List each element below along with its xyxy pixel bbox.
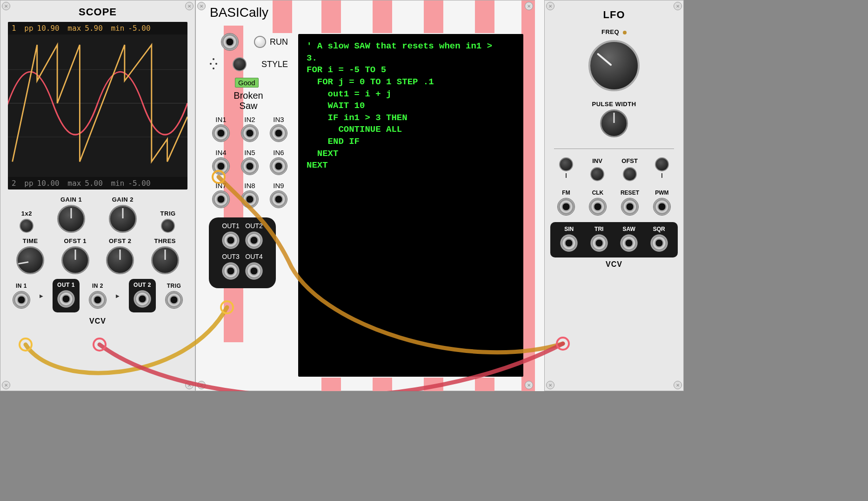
clk-label: CLK — [589, 190, 607, 196]
bas-in9-jack[interactable] — [270, 190, 287, 208]
bas-out2-jack[interactable] — [245, 231, 263, 249]
bas-in5-jack[interactable] — [241, 157, 259, 175]
fm-atten-knob[interactable] — [559, 157, 573, 171]
thres-knob[interactable] — [151, 246, 179, 274]
scope-readout-2: 2 pp10.00 max5.00 min-5.00 — [8, 177, 187, 190]
out2-label: OUT 2 — [134, 282, 151, 288]
ofst-button[interactable] — [623, 167, 637, 181]
in1-label: IN 1 — [13, 283, 30, 289]
ofst-label: OFST — [621, 157, 638, 164]
lfo-pwm-jack[interactable] — [653, 198, 671, 216]
style-knob[interactable] — [233, 57, 247, 71]
bas-in2-jack[interactable] — [241, 124, 259, 142]
gain2-knob[interactable] — [109, 205, 137, 233]
time-label: TIME — [16, 237, 44, 244]
svg-point-6 — [213, 68, 214, 69]
scope-out1-jack[interactable] — [57, 290, 75, 308]
scope-display[interactable]: 1 pp10.90 max5.90 min-5.00 2 pp10.00 — [8, 22, 187, 190]
output-box: OUT1 OUT2 OUT3 OUT4 — [209, 217, 276, 288]
svg-point-3 — [213, 58, 214, 60]
svg-point-5 — [215, 63, 217, 65]
screw-icon — [197, 381, 206, 389]
run-jack[interactable] — [221, 33, 239, 51]
trig-label: TRIG — [160, 210, 176, 217]
scope-in1-jack[interactable] — [13, 291, 30, 309]
screw-icon — [525, 381, 533, 389]
freq-label: FREQ — [545, 28, 683, 35]
in9-label: IN9 — [267, 182, 291, 190]
lfo-fm-jack[interactable] — [557, 198, 575, 216]
time-knob[interactable] — [16, 246, 44, 274]
in7-label: IN7 — [209, 182, 233, 190]
bas-in1-jack[interactable] — [212, 124, 230, 142]
lfo-saw-jack[interactable] — [620, 234, 638, 252]
gain1-knob[interactable] — [57, 205, 85, 233]
lfo-reset-jack[interactable] — [621, 198, 639, 216]
scope-waveform — [8, 36, 187, 171]
run-label: RUN — [270, 37, 288, 47]
bas-in7-jack[interactable] — [212, 190, 230, 208]
blank-panel — [535, 0, 544, 391]
saw-label: SAW — [620, 226, 638, 232]
fm-label: FM — [557, 190, 575, 196]
bas-in4-jack[interactable] — [212, 157, 230, 175]
scope-out2-jack[interactable] — [134, 290, 151, 308]
bas-out3-jack[interactable] — [222, 262, 240, 280]
reset-label: RESET — [621, 190, 639, 196]
thres-label: THRES — [151, 237, 179, 244]
bas-in8-jack[interactable] — [241, 190, 259, 208]
lfo-module: LFO FREQ PULSE WIDTH INV OFST FM CLK RES… — [544, 0, 684, 391]
out2-label: OUT2 — [245, 222, 263, 230]
pw-label: PULSE WIDTH — [545, 101, 683, 108]
style-label: STYLE — [261, 60, 288, 69]
freq-knob[interactable] — [588, 40, 640, 91]
in6-label: IN6 — [267, 149, 291, 156]
svg-point-4 — [210, 63, 212, 65]
pw-knob[interactable] — [600, 109, 628, 137]
screw-icon — [674, 381, 682, 389]
in2-label: IN2 — [238, 115, 262, 123]
brand-label: VCV — [545, 260, 683, 269]
scope-title: SCOPE — [0, 6, 195, 18]
mode-label: 1x2 — [20, 210, 33, 217]
bas-out4-jack[interactable] — [245, 262, 263, 280]
bas-in6-jack[interactable] — [270, 157, 287, 175]
style-dots-icon — [209, 57, 218, 71]
arrow-icon: ▶ — [116, 293, 120, 298]
lfo-clk-jack[interactable] — [589, 198, 607, 216]
freq-led-icon — [623, 31, 627, 34]
scope-module: SCOPE 1 pp10.90 max5.90 min-5.00 — [0, 0, 195, 391]
inv-button[interactable] — [590, 167, 604, 181]
basically-title: BASICally — [210, 5, 534, 20]
bas-in3-jack[interactable] — [270, 124, 287, 142]
in8-label: IN8 — [238, 182, 262, 190]
screw-icon — [546, 381, 554, 389]
bas-out1-jack[interactable] — [222, 231, 240, 249]
pwm-label: PWM — [653, 190, 671, 196]
ofst2-label: OFST 2 — [106, 237, 134, 244]
lfo-output-box: SIN TRI SAW SQR — [550, 222, 678, 257]
preset-name: Broken Saw — [209, 90, 288, 111]
lfo-sqr-jack[interactable] — [650, 234, 668, 252]
ofst1-knob[interactable] — [61, 246, 89, 274]
gain2-label: GAIN 2 — [109, 196, 137, 203]
trig-button[interactable] — [161, 219, 175, 233]
run-button[interactable] — [254, 36, 266, 48]
scope-in2-jack[interactable] — [89, 291, 107, 309]
scope-trig-jack[interactable] — [165, 291, 183, 309]
code-editor[interactable]: ' A slow SAW that resets when in1 > 3. F… — [298, 34, 523, 377]
arrow-icon: ▶ — [40, 293, 43, 298]
in4-label: IN4 — [209, 149, 233, 156]
inv-label: INV — [590, 157, 604, 164]
gain1-label: GAIN 1 — [57, 196, 85, 203]
in1-label: IN1 — [209, 115, 233, 123]
lfo-tri-jack[interactable] — [590, 234, 608, 252]
pwm-atten-knob[interactable] — [655, 157, 669, 171]
lfo-sin-jack[interactable] — [560, 234, 578, 252]
brand-label: VCV — [0, 317, 195, 325]
ofst2-knob[interactable] — [106, 246, 134, 274]
sqr-label: SQR — [650, 226, 668, 232]
lfo-title: LFO — [545, 9, 683, 21]
mode-button[interactable] — [20, 219, 33, 233]
scope-readout-1: 1 pp10.90 max5.90 min-5.00 — [8, 22, 187, 34]
